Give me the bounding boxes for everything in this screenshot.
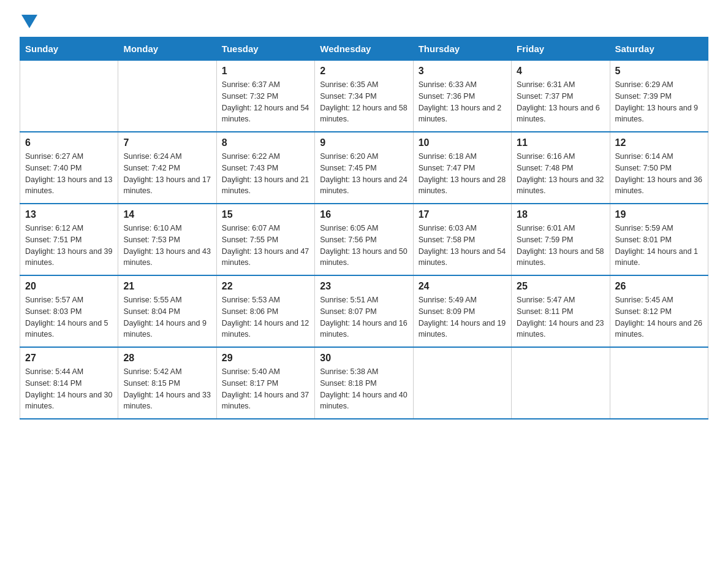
day-info: Sunrise: 6:10 AMSunset: 7:53 PMDaylight:… bbox=[123, 223, 211, 269]
calendar-cell: 28Sunrise: 5:42 AMSunset: 8:15 PMDayligh… bbox=[118, 347, 216, 419]
day-number: 15 bbox=[222, 209, 309, 220]
calendar-cell: 9Sunrise: 6:20 AMSunset: 7:45 PMDaylight… bbox=[315, 132, 413, 204]
calendar-cell: 13Sunrise: 6:12 AMSunset: 7:51 PMDayligh… bbox=[20, 204, 118, 275]
day-number: 5 bbox=[615, 66, 703, 77]
day-info: Sunrise: 6:27 AMSunset: 7:40 PMDaylight:… bbox=[25, 151, 113, 197]
day-number: 2 bbox=[320, 66, 408, 77]
day-info: Sunrise: 5:51 AMSunset: 8:07 PMDaylight:… bbox=[320, 294, 408, 340]
calendar-week-row: 6Sunrise: 6:27 AMSunset: 7:40 PMDaylight… bbox=[20, 132, 708, 204]
day-number: 28 bbox=[123, 353, 211, 364]
calendar-cell: 15Sunrise: 6:07 AMSunset: 7:55 PMDayligh… bbox=[216, 204, 314, 275]
day-number: 3 bbox=[419, 66, 506, 77]
day-number: 17 bbox=[419, 209, 506, 220]
calendar-cell: 19Sunrise: 5:59 AMSunset: 8:01 PMDayligh… bbox=[610, 204, 708, 275]
calendar-cell: 3Sunrise: 6:33 AMSunset: 7:36 PMDaylight… bbox=[413, 61, 511, 132]
calendar-cell: 23Sunrise: 5:51 AMSunset: 8:07 PMDayligh… bbox=[315, 275, 413, 347]
calendar-cell: 12Sunrise: 6:14 AMSunset: 7:50 PMDayligh… bbox=[610, 132, 708, 204]
day-info: Sunrise: 6:07 AMSunset: 7:55 PMDaylight:… bbox=[222, 223, 309, 269]
day-info: Sunrise: 5:40 AMSunset: 8:17 PMDaylight:… bbox=[222, 366, 309, 412]
day-number: 10 bbox=[419, 137, 506, 148]
day-info: Sunrise: 6:37 AMSunset: 7:32 PMDaylight:… bbox=[222, 79, 309, 125]
calendar-cell: 10Sunrise: 6:18 AMSunset: 7:47 PMDayligh… bbox=[413, 132, 511, 204]
weekday-header-tuesday: Tuesday bbox=[216, 37, 314, 61]
day-info: Sunrise: 5:44 AMSunset: 8:14 PMDaylight:… bbox=[25, 366, 113, 412]
day-info: Sunrise: 5:59 AMSunset: 8:01 PMDaylight:… bbox=[615, 223, 703, 269]
day-number: 13 bbox=[25, 209, 113, 220]
weekday-header-sunday: Sunday bbox=[20, 37, 118, 61]
weekday-header-friday: Friday bbox=[512, 37, 610, 61]
day-number: 12 bbox=[615, 137, 703, 148]
day-number: 9 bbox=[320, 137, 408, 148]
calendar-cell: 6Sunrise: 6:27 AMSunset: 7:40 PMDaylight… bbox=[20, 132, 118, 204]
logo bbox=[20, 15, 37, 26]
day-number: 22 bbox=[222, 281, 309, 292]
day-number: 16 bbox=[320, 209, 408, 220]
day-info: Sunrise: 6:12 AMSunset: 7:51 PMDaylight:… bbox=[25, 223, 113, 269]
day-number: 1 bbox=[222, 66, 309, 77]
calendar-week-row: 13Sunrise: 6:12 AMSunset: 7:51 PMDayligh… bbox=[20, 204, 708, 275]
calendar-cell: 30Sunrise: 5:38 AMSunset: 8:18 PMDayligh… bbox=[315, 347, 413, 419]
day-number: 7 bbox=[123, 137, 211, 148]
day-number: 25 bbox=[517, 281, 604, 292]
day-number: 21 bbox=[123, 281, 211, 292]
calendar-cell: 18Sunrise: 6:01 AMSunset: 7:59 PMDayligh… bbox=[512, 204, 610, 275]
calendar-cell: 2Sunrise: 6:35 AMSunset: 7:34 PMDaylight… bbox=[315, 61, 413, 132]
day-info: Sunrise: 6:24 AMSunset: 7:42 PMDaylight:… bbox=[123, 151, 211, 197]
calendar-cell: 8Sunrise: 6:22 AMSunset: 7:43 PMDaylight… bbox=[216, 132, 314, 204]
day-number: 8 bbox=[222, 137, 309, 148]
calendar-cell: 24Sunrise: 5:49 AMSunset: 8:09 PMDayligh… bbox=[413, 275, 511, 347]
day-number: 6 bbox=[25, 137, 113, 148]
day-number: 11 bbox=[517, 137, 604, 148]
day-info: Sunrise: 5:38 AMSunset: 8:18 PMDaylight:… bbox=[320, 366, 408, 412]
weekday-header-wednesday: Wednesday bbox=[315, 37, 413, 61]
weekday-header-row: SundayMondayTuesdayWednesdayThursdayFrid… bbox=[20, 37, 708, 61]
day-number: 18 bbox=[517, 209, 604, 220]
day-info: Sunrise: 5:57 AMSunset: 8:03 PMDaylight:… bbox=[25, 294, 113, 340]
day-info: Sunrise: 6:01 AMSunset: 7:59 PMDaylight:… bbox=[517, 223, 604, 269]
day-info: Sunrise: 5:45 AMSunset: 8:12 PMDaylight:… bbox=[615, 294, 703, 340]
day-info: Sunrise: 6:03 AMSunset: 7:58 PMDaylight:… bbox=[419, 223, 506, 269]
calendar-cell: 7Sunrise: 6:24 AMSunset: 7:42 PMDaylight… bbox=[118, 132, 216, 204]
logo-triangle bbox=[21, 15, 37, 28]
day-number: 23 bbox=[320, 281, 408, 292]
page-header bbox=[20, 15, 708, 26]
day-info: Sunrise: 6:22 AMSunset: 7:43 PMDaylight:… bbox=[222, 151, 309, 197]
day-info: Sunrise: 6:35 AMSunset: 7:34 PMDaylight:… bbox=[320, 79, 408, 125]
weekday-header-monday: Monday bbox=[118, 37, 216, 61]
calendar-cell: 20Sunrise: 5:57 AMSunset: 8:03 PMDayligh… bbox=[20, 275, 118, 347]
calendar-cell: 4Sunrise: 6:31 AMSunset: 7:37 PMDaylight… bbox=[512, 61, 610, 132]
calendar-cell: 26Sunrise: 5:45 AMSunset: 8:12 PMDayligh… bbox=[610, 275, 708, 347]
calendar-week-row: 27Sunrise: 5:44 AMSunset: 8:14 PMDayligh… bbox=[20, 347, 708, 419]
day-number: 4 bbox=[517, 66, 604, 77]
day-number: 27 bbox=[25, 353, 113, 364]
day-info: Sunrise: 6:20 AMSunset: 7:45 PMDaylight:… bbox=[320, 151, 408, 197]
calendar-cell: 29Sunrise: 5:40 AMSunset: 8:17 PMDayligh… bbox=[216, 347, 314, 419]
calendar-cell: 17Sunrise: 6:03 AMSunset: 7:58 PMDayligh… bbox=[413, 204, 511, 275]
day-info: Sunrise: 6:18 AMSunset: 7:47 PMDaylight:… bbox=[419, 151, 506, 197]
calendar-cell: 27Sunrise: 5:44 AMSunset: 8:14 PMDayligh… bbox=[20, 347, 118, 419]
calendar-cell: 5Sunrise: 6:29 AMSunset: 7:39 PMDaylight… bbox=[610, 61, 708, 132]
calendar-cell: 25Sunrise: 5:47 AMSunset: 8:11 PMDayligh… bbox=[512, 275, 610, 347]
day-info: Sunrise: 5:47 AMSunset: 8:11 PMDaylight:… bbox=[517, 294, 604, 340]
day-info: Sunrise: 5:55 AMSunset: 8:04 PMDaylight:… bbox=[123, 294, 211, 340]
day-info: Sunrise: 6:31 AMSunset: 7:37 PMDaylight:… bbox=[517, 79, 604, 125]
day-info: Sunrise: 5:49 AMSunset: 8:09 PMDaylight:… bbox=[419, 294, 506, 340]
calendar-cell: 14Sunrise: 6:10 AMSunset: 7:53 PMDayligh… bbox=[118, 204, 216, 275]
calendar-cell: 1Sunrise: 6:37 AMSunset: 7:32 PMDaylight… bbox=[216, 61, 314, 132]
day-info: Sunrise: 6:16 AMSunset: 7:48 PMDaylight:… bbox=[517, 151, 604, 197]
day-number: 30 bbox=[320, 353, 408, 364]
calendar-table: SundayMondayTuesdayWednesdayThursdayFrid… bbox=[20, 37, 708, 419]
calendar-cell bbox=[20, 61, 118, 132]
day-info: Sunrise: 6:14 AMSunset: 7:50 PMDaylight:… bbox=[615, 151, 703, 197]
day-info: Sunrise: 5:42 AMSunset: 8:15 PMDaylight:… bbox=[123, 366, 211, 412]
day-number: 20 bbox=[25, 281, 113, 292]
weekday-header-saturday: Saturday bbox=[610, 37, 708, 61]
day-number: 14 bbox=[123, 209, 211, 220]
calendar-week-row: 1Sunrise: 6:37 AMSunset: 7:32 PMDaylight… bbox=[20, 61, 708, 132]
weekday-header-thursday: Thursday bbox=[413, 37, 511, 61]
calendar-cell: 16Sunrise: 6:05 AMSunset: 7:56 PMDayligh… bbox=[315, 204, 413, 275]
day-number: 26 bbox=[615, 281, 703, 292]
calendar-cell: 21Sunrise: 5:55 AMSunset: 8:04 PMDayligh… bbox=[118, 275, 216, 347]
calendar-cell bbox=[610, 347, 708, 419]
calendar-cell: 22Sunrise: 5:53 AMSunset: 8:06 PMDayligh… bbox=[216, 275, 314, 347]
